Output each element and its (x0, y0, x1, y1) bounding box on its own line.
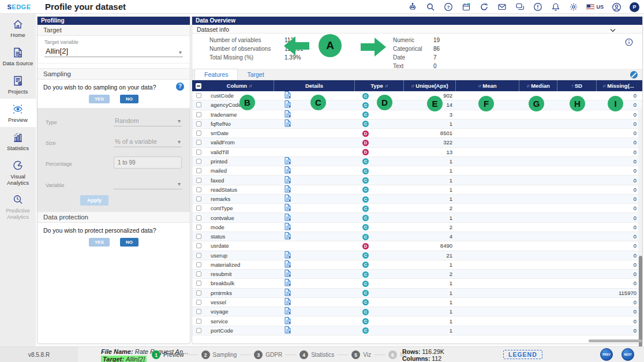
sidebar-item-preview[interactable]: Preview (0, 99, 36, 127)
search-icon[interactable] (425, 2, 435, 12)
table-row[interactable]: validTillD130 (192, 148, 642, 157)
details-icon[interactable] (284, 166, 291, 174)
details-icon[interactable] (284, 326, 291, 334)
sort-icon[interactable]: ↓↑ (411, 84, 414, 88)
row-checkbox[interactable] (196, 168, 201, 173)
tab-target[interactable]: Target (238, 69, 273, 80)
chevron-down-icon[interactable] (610, 27, 616, 33)
details-icon[interactable] (284, 232, 291, 240)
details-icon[interactable] (284, 223, 291, 230)
chat-icon[interactable] (515, 2, 525, 12)
details-icon[interactable] (284, 204, 291, 211)
table-row[interactable]: materializedC10 (192, 260, 642, 270)
sampling-yes-button[interactable]: YES (89, 95, 110, 103)
row-checkbox[interactable] (196, 93, 201, 98)
sort-icon[interactable]: ↓↑ (385, 84, 388, 88)
row-checkbox[interactable] (196, 225, 201, 230)
filter-disabled-icon[interactable] (630, 71, 638, 79)
profile-settings-icon[interactable]: P (630, 2, 639, 12)
apply-button[interactable]: Apply (80, 195, 108, 206)
row-checkbox[interactable] (196, 121, 201, 126)
sort-icon[interactable]: ↓↑ (249, 84, 252, 88)
row-checkbox[interactable] (196, 253, 201, 258)
details-icon[interactable] (284, 270, 291, 277)
sampling-no-button[interactable]: NO (120, 95, 138, 103)
table-row[interactable]: modeC20 (192, 223, 642, 232)
row-checkbox[interactable] (196, 178, 201, 183)
column-header-median[interactable]: ↓↑Median (519, 80, 557, 91)
column-header-column[interactable]: Column↓↑ (205, 80, 274, 91)
details-icon[interactable] (284, 110, 291, 118)
row-checkbox[interactable] (196, 319, 201, 324)
details-icon[interactable] (284, 91, 291, 99)
sidebar-item-data-source[interactable]: Data Source (0, 42, 36, 70)
column-header-sd[interactable]: ↑SD (557, 80, 597, 91)
mail-icon[interactable] (497, 2, 507, 12)
table-row[interactable]: readStatusC10 (192, 185, 642, 195)
help-icon[interactable]: ? (443, 2, 453, 12)
variable-select[interactable]: ▾ (114, 178, 182, 189)
table-row[interactable]: contTypeC20 (192, 204, 642, 213)
table-row[interactable]: srrDateD85010 (192, 129, 642, 138)
table-row[interactable]: vesselC10 (192, 298, 642, 307)
percentage-input[interactable] (114, 156, 182, 169)
sort-icon[interactable]: ↑ (571, 84, 573, 88)
step-preview[interactable]: 1Preview (152, 350, 184, 359)
details-icon[interactable] (284, 251, 291, 259)
column-header-missing[interactable]: ↓↑Missing(... (597, 80, 640, 91)
details-icon[interactable] (284, 279, 291, 286)
bot-icon[interactable] (407, 2, 417, 12)
row-checkbox[interactable] (196, 300, 201, 305)
details-icon[interactable] (284, 260, 291, 268)
details-icon[interactable] (284, 157, 291, 165)
select-all-checkbox[interactable] (196, 83, 201, 89)
details-icon[interactable] (284, 185, 291, 193)
sidebar-item-projects[interactable]: Projects (0, 70, 36, 99)
step-sampling[interactable]: 2Sampling (201, 350, 237, 359)
table-row[interactable]: resubmitC20 (192, 270, 642, 279)
calendar-icon[interactable] (461, 2, 471, 12)
table-row[interactable]: portCodeC10 (192, 326, 642, 335)
step-viz[interactable]: 5Viz (351, 350, 371, 359)
details-icon[interactable] (284, 317, 291, 324)
bell-icon[interactable] (551, 2, 560, 12)
table-row[interactable]: voyageC10 (192, 307, 642, 316)
row-checkbox[interactable] (196, 130, 201, 136)
row-checkbox[interactable] (196, 271, 201, 277)
row-checkbox[interactable] (196, 206, 201, 211)
row-checkbox[interactable] (196, 290, 201, 296)
table-row[interactable]: validFromD3220 (192, 138, 642, 147)
table-row[interactable]: userupC210 (192, 251, 642, 260)
column-header-unique[interactable]: ↓↑Unique(Apx) (404, 80, 456, 91)
table-row[interactable]: faxedC10 (192, 176, 642, 185)
sort-icon[interactable]: ↓↑ (526, 84, 529, 88)
table-row[interactable]: contvalueC10 (192, 213, 642, 222)
sidebar-item-statistics[interactable]: Statistics (0, 127, 36, 155)
vertical-scrollbar-track[interactable] (638, 109, 642, 354)
details-icon[interactable] (284, 289, 291, 296)
protection-no-button[interactable]: NO (120, 238, 138, 247)
app-logo[interactable]: SEDGE (0, 3, 38, 10)
dataset-info-bar[interactable]: Dataset info (192, 25, 642, 33)
row-checkbox[interactable] (196, 102, 201, 107)
row-checkbox[interactable] (196, 234, 201, 239)
sampling-help-icon[interactable]: ? (176, 83, 184, 91)
step-statistics[interactable]: 4Statistics (299, 350, 334, 359)
details-icon[interactable] (284, 100, 291, 108)
row-checkbox[interactable] (196, 328, 201, 333)
flag-us-icon[interactable]: US (586, 4, 604, 10)
details-icon[interactable] (284, 176, 291, 184)
size-select[interactable]: % of a variable▾ (114, 136, 182, 147)
account-icon[interactable] (612, 2, 621, 12)
table-row[interactable]: statusC40 (192, 232, 642, 241)
type-select[interactable]: Random▾ (114, 115, 182, 126)
step-gdpr[interactable]: 3GDPR (254, 350, 282, 359)
details-icon[interactable] (284, 298, 291, 305)
row-checkbox[interactable] (196, 150, 201, 155)
table-row[interactable]: breakbulkC10 (192, 279, 642, 288)
column-header-details[interactable]: Details (274, 80, 355, 91)
row-checkbox[interactable] (196, 243, 201, 248)
settings-icon[interactable] (568, 2, 578, 12)
table-row[interactable]: mailedC10 (192, 166, 642, 176)
table-row[interactable]: printedC10 (192, 157, 642, 166)
